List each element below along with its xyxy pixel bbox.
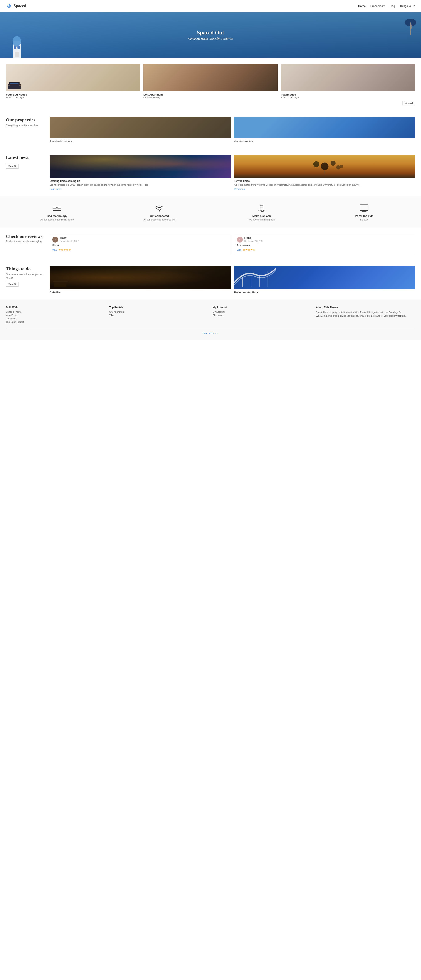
svg-rect-6 <box>15 52 19 57</box>
news-title: Latest news <box>6 155 44 160</box>
our-properties-info: Our properties Everything from flats to … <box>6 117 44 127</box>
feature-tv: TV for the kids Be lazy <box>313 204 415 221</box>
reviews-section: Check our reviews Find out what people a… <box>0 228 421 260</box>
footer-col-top-rentals: Top Rentals City Apartment Villa <box>109 306 209 324</box>
feature-bed-title: Bed technology <box>6 215 108 218</box>
news-cards: Exciting times coming up Les Misérables … <box>49 155 415 191</box>
property-name-0: Four Bed House <box>6 93 140 96</box>
news-image-0 <box>49 155 231 178</box>
church-tower-decoration <box>8 21 25 58</box>
review-footer-0: Villa ★★★★★ <box>52 248 228 251</box>
footer-link-city-apartment[interactable]: City Apartment <box>109 310 124 313</box>
svg-rect-31 <box>360 205 368 210</box>
review-header-fiona: F Fiona September 10, 2017 <box>237 237 413 243</box>
footer-link-unsplash[interactable]: Unsplash <box>6 317 16 320</box>
reviews-title: Check our reviews <box>6 234 44 239</box>
news-title-1: Terrific times <box>234 180 415 183</box>
things-card-cafe: Cafe Bar <box>49 266 231 294</box>
chevron-down-icon: ▾ <box>383 5 385 8</box>
hero-banner: Spaced Out A property rental theme for W… <box>0 12 421 58</box>
svg-point-17 <box>336 165 340 169</box>
our-properties-title: Our properties <box>6 117 44 123</box>
feature-pool-title: Make a splash <box>210 215 313 218</box>
news-card-1: Terrific times Adler graduated from Will… <box>234 155 415 191</box>
nav-properties[interactable]: Properties ▾ <box>370 5 385 8</box>
feature-wifi-title: Get connected <box>108 215 210 218</box>
hero-title: Spaced Out <box>188 30 233 36</box>
review-title-0: Bingo <box>52 244 228 247</box>
footer-link-spaced-theme[interactable]: Spaced Theme <box>6 310 21 313</box>
news-title-0: Exciting times coming up <box>49 180 231 183</box>
view-all-button[interactable]: View All <box>402 101 415 105</box>
svg-rect-12 <box>8 84 10 86</box>
svg-rect-0 <box>7 4 11 8</box>
property-card-four-bed: Four Bed House £455.00 per night <box>6 64 140 99</box>
news-read-more-0[interactable]: Read more <box>49 188 61 190</box>
reviewer-name-1: Fiona <box>244 237 263 239</box>
review-title-1: Top banana <box>237 244 413 247</box>
footer-link-my-account[interactable]: My Account <box>213 310 225 313</box>
things-card-cafe-name: Cafe Bar <box>49 291 231 294</box>
things-cards: Cafe Bar Rollercoaster Park <box>49 266 415 294</box>
svg-point-26 <box>159 210 160 211</box>
footer-link-noun-project[interactable]: The Noun Project <box>6 321 24 323</box>
logo[interactable]: Spaced <box>6 3 26 9</box>
news-info: Latest news View All <box>6 155 44 169</box>
bed-icon <box>53 204 61 212</box>
our-properties-categories: Residential lettings Vacation rentals <box>49 117 415 143</box>
reviewer-name-0: Tracy <box>60 237 79 239</box>
things-info: Things to do Our recommendations for pla… <box>6 266 44 286</box>
category-residential-label: Residential lettings <box>49 140 231 143</box>
property-image-loft <box>144 64 277 91</box>
footer-col-built-with: Built With Spaced Theme WordPress Unspla… <box>6 306 105 324</box>
cafe-image <box>49 266 231 289</box>
nav-home[interactable]: Home <box>358 5 366 8</box>
review-card-tracy: T Tracy September 10, 2017 Bingo Villa ★… <box>49 234 231 254</box>
footer-link-villa[interactable]: Villa <box>109 314 114 317</box>
svg-rect-1 <box>8 5 10 7</box>
category-vacation[interactable]: Vacation rentals <box>234 117 415 143</box>
review-tag-0: Villa <box>52 249 57 251</box>
news-image-1 <box>234 155 415 178</box>
review-tag-1: Villa <box>237 249 241 251</box>
footer-about-text: Spaced is a property rental theme for Wo… <box>316 310 415 318</box>
news-view-all-button[interactable]: View All <box>6 164 19 169</box>
feature-bed-desc: All our beds are terrifically comfy <box>6 218 108 221</box>
view-all-row: View All <box>6 101 415 105</box>
reviews-info: Check our reviews Find out what people a… <box>6 234 44 243</box>
footer-link-checkout[interactable]: Checkout <box>213 314 222 317</box>
review-date-1: September 10, 2017 <box>244 240 263 242</box>
tv-icon <box>360 204 368 212</box>
svg-rect-5 <box>18 46 20 49</box>
wifi-icon <box>155 204 164 212</box>
category-vacation-label: Vacation rentals <box>234 140 415 143</box>
svg-rect-36 <box>53 281 67 282</box>
footer-credit-link[interactable]: Spaced Theme <box>203 332 218 334</box>
umbrella-decoration <box>404 16 417 37</box>
svg-point-15 <box>330 161 335 165</box>
hero-subtitle: A property rental theme for WordPress <box>188 37 233 41</box>
feature-wifi-desc: All our properties have free wifi <box>108 218 210 221</box>
footer-link-wordpress[interactable]: WordPress <box>6 314 17 317</box>
review-cards: T Tracy September 10, 2017 Bingo Villa ★… <box>49 234 415 254</box>
pool-icon <box>257 204 266 212</box>
residential-image <box>49 117 231 138</box>
things-view-all-button[interactable]: View All <box>6 282 19 286</box>
our-properties-section: Our properties Everything from flats to … <box>0 111 421 149</box>
review-footer-1: Villa ★★★★☆ <box>237 248 413 251</box>
svg-rect-13 <box>19 84 21 86</box>
nav-things-to-do[interactable]: Things to Do <box>400 5 415 8</box>
property-card-loft: Loft Apartment £245.00 per day <box>144 64 277 99</box>
review-meta-tracy: Tracy September 10, 2017 <box>60 237 79 243</box>
nav-links: Home Properties ▾ Blog Things to Do <box>358 5 415 8</box>
feature-pool-desc: We have swimming pools <box>210 218 313 221</box>
news-read-more-1[interactable]: Read more <box>234 188 246 190</box>
footer-col-title-3: About This Theme <box>316 306 415 309</box>
review-date-0: September 10, 2017 <box>60 240 79 242</box>
diamond-icon <box>6 3 12 9</box>
nav-blog[interactable]: Blog <box>389 5 395 8</box>
category-residential[interactable]: Residential lettings <box>49 117 231 143</box>
hero-content: Spaced Out A property rental theme for W… <box>188 30 233 41</box>
news-excerpt-0: Les Misérables is a 1925 French silent f… <box>49 183 231 186</box>
avatar-tracy: T <box>52 237 58 243</box>
